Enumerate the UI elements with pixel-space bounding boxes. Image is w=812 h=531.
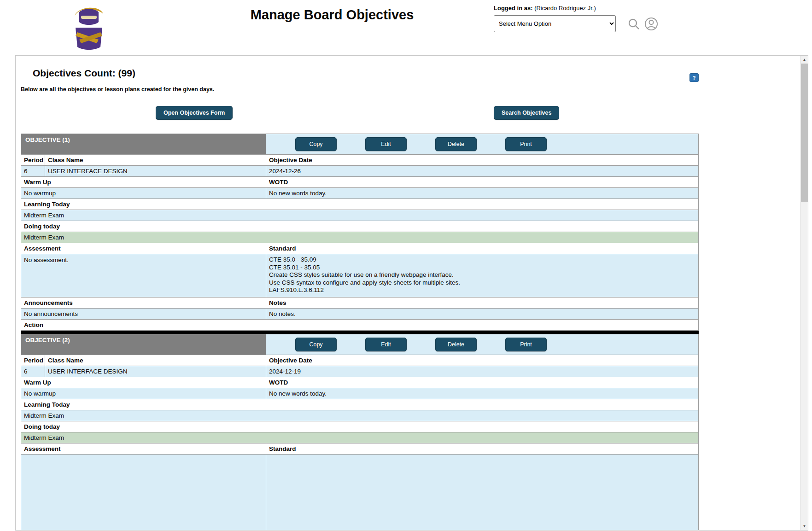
account-icon[interactable]: [644, 17, 658, 31]
doing-today-value: Midterm Exam: [21, 432, 698, 443]
data-row: 6 USER INTERFACE DESIGN 2024-12-26: [21, 166, 699, 177]
wotd-header: WOTD: [266, 177, 698, 187]
objective-date-header: Objective Date: [266, 155, 698, 165]
header-row: Period Class Name Objective Date: [21, 155, 699, 166]
standard-header: Standard: [266, 443, 698, 454]
objective-title: OBJECTIVE (1): [21, 134, 266, 154]
vertical-scrollbar[interactable]: ▲ ▼: [800, 56, 808, 530]
header-row: Action: [21, 320, 699, 331]
data-row: Midterm Exam: [21, 410, 699, 421]
period-value: 6: [21, 166, 45, 176]
class-name-value: USER INTERFACE DESIGN: [45, 166, 266, 176]
objective-date-value: 2024-12-19: [266, 366, 698, 377]
doing-today-row: Midterm Exam: [21, 432, 699, 443]
warm-up-value: No warmup: [21, 388, 266, 399]
announcements-value: No announcements: [21, 309, 266, 319]
print-button[interactable]: Print: [505, 338, 547, 351]
learning-today-header: Learning Today: [21, 399, 698, 410]
notes-value: No notes.: [266, 309, 698, 319]
scrollbar-up-icon[interactable]: ▲: [800, 56, 808, 64]
action-header: Action: [21, 320, 698, 330]
standard-line: CTE 35.01 - 35.05: [269, 264, 695, 272]
objective-actions: Copy Edit Delete Print: [266, 334, 698, 355]
objective-card-1: OBJECTIVE (1) Copy Edit Delete Print Per…: [21, 134, 699, 334]
objective-date-value: 2024-12-26: [266, 166, 698, 176]
data-row: No assessment. CTE 35.0 - 35.09 CTE 35.0…: [21, 254, 699, 298]
scrollbar-thumb[interactable]: [801, 64, 808, 202]
data-row: 6 USER INTERFACE DESIGN 2024-12-19: [21, 366, 699, 377]
doing-today-row: Midterm Exam: [21, 232, 699, 243]
standard-line: CTE 35.0 - 35.09: [269, 256, 695, 264]
standard-line: LAFS.910.L.3.6.112: [269, 286, 695, 294]
header-controls: Select Menu Option: [494, 15, 687, 32]
data-row: No warmup No new words today.: [21, 388, 699, 399]
scrollbar-down-icon[interactable]: ▼: [800, 522, 808, 530]
wotd-value: No new words today.: [266, 188, 698, 198]
period-value: 6: [21, 366, 45, 377]
period-header: Period: [21, 155, 45, 165]
class-name-header: Class Name: [45, 355, 266, 366]
doing-today-value: Midterm Exam: [21, 232, 698, 243]
data-row: [21, 455, 699, 531]
header-row: Learning Today: [21, 399, 699, 410]
header-row: Warm Up WOTD: [21, 177, 699, 188]
standard-header: Standard: [266, 243, 698, 254]
user-area: Logged in as: (Ricardo Rodriguez Jr.) Se…: [494, 5, 687, 32]
frame-content: ? Objectives Count: (99) Below are all t…: [21, 68, 699, 531]
search-objectives-button[interactable]: Search Objectives: [494, 106, 559, 120]
wotd-header: WOTD: [266, 377, 698, 388]
toolbar-row: Open Objectives Form Search Objectives: [21, 106, 699, 120]
doing-today-header: Doing today: [21, 421, 698, 432]
logged-in-label: Logged in as:: [494, 5, 533, 12]
knight-mascot-icon: [68, 45, 110, 53]
content-frame: ▲ ▼ ? Objectives Count: (99) Below are a…: [15, 55, 808, 531]
page-header: Manage Board Objectives Logged in as: (R…: [0, 0, 812, 55]
objectives-subtitle: Below are all the objectives or lesson p…: [21, 86, 699, 93]
header-row: Assessment Standard: [21, 443, 699, 455]
open-objectives-form-button[interactable]: Open Objectives Form: [156, 106, 233, 120]
header-row: Announcements Notes: [21, 298, 699, 309]
learning-today-value: Midterm Exam: [21, 210, 698, 221]
objective-header-row: OBJECTIVE (1) Copy Edit Delete Print: [21, 134, 699, 155]
assessment-header: Assessment: [21, 443, 266, 454]
data-row: Midterm Exam: [21, 210, 699, 221]
standard-line: Use CSS syntax to configure and apply st…: [269, 279, 695, 287]
subtitle-divider: [21, 96, 699, 96]
doing-today-header: Doing today: [21, 221, 698, 232]
header-row: Doing today: [21, 421, 699, 432]
objective-actions: Copy Edit Delete Print: [266, 134, 698, 154]
assessment-value: No assessment.: [21, 254, 266, 297]
logged-in-status: Logged in as: (Ricardo Rodriguez Jr.): [494, 5, 687, 12]
print-button[interactable]: Print: [505, 137, 547, 151]
objective-title: OBJECTIVE (2): [21, 334, 266, 355]
standard-value: CTE 35.0 - 35.09 CTE 35.01 - 35.05 Creat…: [266, 254, 698, 297]
header-row: Doing today: [21, 221, 699, 232]
header-row: Learning Today: [21, 199, 699, 210]
objective-date-header: Objective Date: [266, 355, 698, 366]
data-row: No announcements No notes.: [21, 309, 699, 320]
help-button[interactable]: ?: [689, 73, 699, 82]
data-row: No warmup No new words today.: [21, 188, 699, 199]
edit-button[interactable]: Edit: [365, 137, 407, 151]
standard-line: Create CSS styles suitable for use on a …: [269, 271, 695, 279]
copy-button[interactable]: Copy: [295, 137, 337, 151]
header-row: Warm Up WOTD: [21, 377, 699, 388]
objectives-count-heading: Objectives Count: (99): [33, 68, 699, 79]
copy-button[interactable]: Copy: [295, 338, 337, 351]
edit-button[interactable]: Edit: [365, 338, 407, 351]
learning-today-header: Learning Today: [21, 199, 698, 210]
search-icon[interactable]: [627, 17, 641, 31]
delete-button[interactable]: Delete: [435, 137, 477, 151]
assessment-header: Assessment: [21, 243, 266, 254]
learning-today-value: Midterm Exam: [21, 410, 698, 421]
objective-divider: [21, 331, 699, 334]
warm-up-value: No warmup: [21, 188, 266, 198]
standard-value: [266, 455, 698, 531]
warm-up-header: Warm Up: [21, 177, 266, 187]
header-row: Period Class Name Objective Date: [21, 355, 699, 366]
menu-select[interactable]: Select Menu Option: [494, 15, 616, 32]
delete-button[interactable]: Delete: [435, 338, 477, 351]
school-logo: [68, 4, 110, 52]
warm-up-header: Warm Up: [21, 377, 266, 388]
objective-card-2: OBJECTIVE (2) Copy Edit Delete Print Per…: [21, 334, 699, 531]
